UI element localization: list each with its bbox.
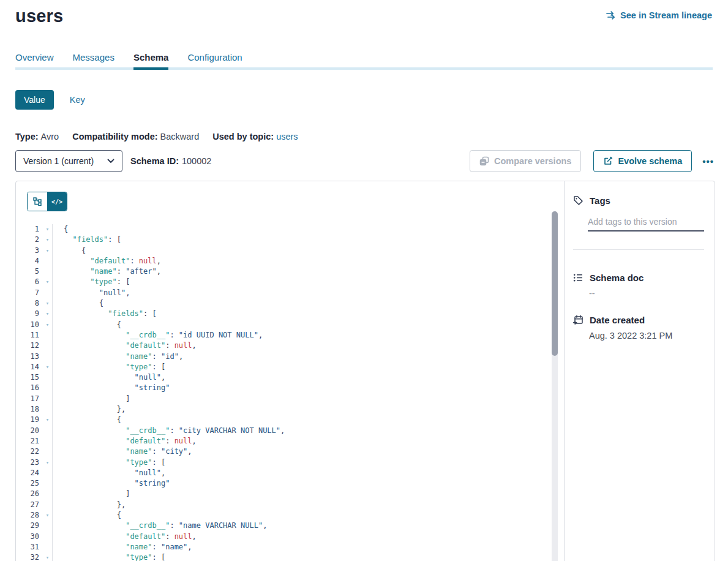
fold-spacer [43, 404, 52, 415]
more-icon: ••• [702, 156, 714, 167]
code-line: 29 "__crdb__": "name VARCHAR NULL", [16, 521, 564, 531]
compare-versions-icon [479, 156, 489, 166]
code-text: { [52, 320, 564, 330]
page-title: users [15, 6, 63, 26]
stream-lineage-link[interactable]: See in Stream lineage [605, 10, 712, 20]
evolve-schema-label: Evolve schema [618, 156, 682, 166]
code-line: 3▾ { [16, 246, 564, 256]
code-view-icon: </> [51, 198, 62, 205]
schema-type: Type:Avro [15, 132, 59, 141]
fold-spacer [43, 468, 52, 478]
version-select[interactable]: Version 1 (current) [15, 150, 122, 172]
code-line: 26 ] [16, 489, 564, 499]
line-number: 22 [16, 446, 39, 457]
tab-schema[interactable]: Schema [133, 52, 169, 70]
tab-bar: Overview Messages Schema Configuration [15, 52, 713, 70]
line-number: 10 [16, 320, 39, 330]
code-text: "__crdb__": "city VARCHAR NOT NULL", [52, 426, 564, 436]
date-created-heading: Date created [590, 315, 645, 325]
schema-id: Schema ID:100002 [130, 156, 211, 166]
tab-track [15, 67, 713, 70]
fold-arrow-icon[interactable]: ▾ [43, 235, 52, 245]
fold-arrow-icon[interactable]: ▾ [43, 552, 52, 561]
stream-lineage-icon [605, 11, 616, 20]
fold-arrow-icon[interactable]: ▾ [43, 277, 52, 287]
more-menu-button[interactable]: ••• [701, 154, 715, 168]
line-number: 12 [16, 341, 39, 351]
code-text: "default": null, [52, 341, 564, 351]
page-header: users See in Stream lineage [0, 0, 728, 26]
code-text: { [52, 246, 564, 256]
code-text: "type": [ [52, 362, 564, 372]
fold-arrow-icon[interactable]: ▾ [43, 362, 52, 372]
line-number: 31 [16, 542, 39, 552]
line-number: 15 [16, 372, 39, 383]
code-text: "fields": [ [52, 309, 564, 319]
line-number: 16 [16, 383, 39, 393]
code-text: { [52, 510, 564, 521]
code-text: "__crdb__": "id UUID NOT NULL", [52, 330, 564, 341]
evolve-schema-button[interactable]: Evolve schema [593, 150, 692, 172]
fold-arrow-icon[interactable]: ▾ [43, 457, 52, 468]
code-text: "__crdb__": "name VARCHAR NULL", [52, 521, 564, 531]
editor-scrollbar-thumb[interactable] [552, 211, 558, 356]
code-text: "string" [52, 478, 564, 489]
chevron-down-icon [107, 159, 114, 164]
compare-versions-button[interactable]: Compare versions [470, 150, 582, 172]
fold-arrow-icon[interactable]: ▾ [43, 298, 52, 309]
code-text: "type": [ [52, 457, 564, 468]
editor-pane: </> 1▾{2▾ "fields": [3▾ {4 "default": nu… [16, 181, 565, 561]
fold-spacer [43, 266, 52, 277]
date-created-value: Aug. 3 2022 3:21 PM [589, 331, 704, 341]
code-view-button[interactable]: </> [47, 192, 67, 211]
fold-spacer [43, 383, 52, 393]
fold-spacer [43, 341, 52, 351]
fold-arrow-icon[interactable]: ▾ [43, 320, 52, 330]
line-number: 17 [16, 394, 39, 404]
tags-heading: Tags [590, 195, 610, 206]
date-created-section: Date created Aug. 3 2022 3:21 PM [573, 315, 704, 341]
fold-spacer [43, 500, 52, 510]
schema-page: users See in Stream lineage Overview Mes… [0, 0, 728, 561]
line-number: 28 [16, 510, 39, 521]
sidebar-divider [573, 249, 704, 250]
code-text: "name": "id", [52, 352, 564, 362]
fold-spacer [43, 330, 52, 341]
code-text: ] [52, 394, 564, 404]
compat-mode-value: Backward [160, 132, 200, 141]
tags-input[interactable] [588, 216, 704, 232]
fold-arrow-icon[interactable]: ▾ [43, 246, 52, 256]
fold-arrow-icon[interactable]: ▾ [43, 510, 52, 521]
code-line: 15 "null", [16, 372, 564, 383]
version-select-value: Version 1 (current) [23, 156, 94, 166]
line-number: 8 [16, 298, 39, 309]
code-text: "type": [ [52, 277, 564, 287]
code-line: 20 "__crdb__": "city VARCHAR NOT NULL", [16, 426, 564, 436]
line-number: 11 [16, 330, 39, 341]
editor-scrollbar [552, 211, 558, 561]
compare-versions-label: Compare versions [494, 156, 572, 166]
fold-arrow-icon[interactable]: ▾ [43, 309, 52, 319]
code-line: 14▾ "type": [ [16, 362, 564, 372]
tag-icon [573, 195, 584, 206]
fold-arrow-icon[interactable]: ▾ [43, 224, 52, 235]
code-line: 25 "string" [16, 478, 564, 489]
code-text: "type": [ [52, 552, 564, 561]
stream-lineage-label: See in Stream lineage [620, 10, 712, 20]
code-line: 23▾ "type": [ [16, 457, 564, 468]
fold-spacer [43, 436, 52, 446]
code-line: 19▾ { [16, 415, 564, 425]
line-number: 19 [16, 415, 39, 425]
code-text: "name": "city", [52, 446, 564, 457]
code-line: 27 }, [16, 500, 564, 510]
code-text: "name": "after", [52, 266, 564, 277]
line-number: 32 [16, 552, 39, 561]
key-toggle-link[interactable]: Key [70, 95, 85, 105]
value-toggle-button[interactable]: Value [15, 90, 54, 110]
topic-link[interactable]: users [276, 132, 298, 141]
line-number: 13 [16, 352, 39, 362]
fold-arrow-icon[interactable]: ▾ [43, 415, 52, 425]
line-number: 6 [16, 277, 39, 287]
tree-view-button[interactable] [28, 192, 47, 211]
fold-spacer [43, 542, 52, 552]
